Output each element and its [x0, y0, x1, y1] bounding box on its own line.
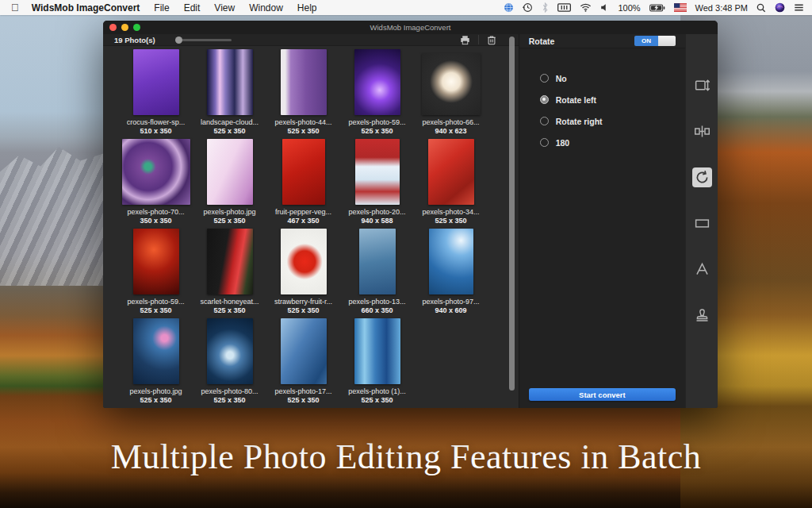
- apple-menu-icon[interactable]: : [11, 0, 19, 15]
- photo-item[interactable]: pexels-photo-13...660 x 350: [340, 229, 414, 318]
- photo-thumbnail[interactable]: [354, 49, 400, 115]
- rotate-option-no[interactable]: No: [540, 67, 685, 89]
- photo-item[interactable]: pexels-photo.jpg525 x 350: [193, 139, 266, 229]
- toolbar-divider: [478, 35, 479, 44]
- globe-icon[interactable]: [504, 2, 514, 13]
- menu-view[interactable]: View: [214, 2, 235, 13]
- photo-item[interactable]: pexels-photo-17...525 x 350: [266, 318, 340, 408]
- photo-filename: pexels-photo-13...: [348, 298, 405, 306]
- photo-filename: fruit-pepper-veg...: [275, 208, 331, 216]
- spotlight-search-icon[interactable]: [756, 3, 766, 13]
- photo-item[interactable]: pexels-photo-80...525 x 350: [193, 318, 266, 408]
- photo-thumbnail[interactable]: [133, 49, 179, 115]
- bluetooth-icon[interactable]: [542, 2, 549, 13]
- photo-item[interactable]: pexels-photo-66...940 x 623: [414, 49, 488, 139]
- radio-icon[interactable]: [540, 138, 549, 147]
- photo-item[interactable]: pexels-photo-44...525 x 350: [266, 49, 340, 139]
- start-convert-button[interactable]: Start convert: [529, 388, 676, 401]
- photo-thumbnail[interactable]: [354, 318, 400, 384]
- menu-help[interactable]: Help: [297, 2, 317, 13]
- photo-item[interactable]: crocus-flower-sp...510 x 350: [119, 49, 193, 139]
- photo-filename: scarlet-honeyeat...: [200, 298, 259, 306]
- print-icon[interactable]: [460, 35, 470, 45]
- photo-thumbnail[interactable]: [133, 229, 179, 294]
- photo-thumbnail[interactable]: [207, 139, 253, 205]
- notification-center-icon[interactable]: [794, 3, 804, 12]
- photo-thumbnail[interactable]: [281, 229, 327, 294]
- wifi-icon[interactable]: [580, 3, 592, 12]
- photo-item[interactable]: pexels-photo (1)...525 x 350: [340, 318, 414, 408]
- text-watermark-icon[interactable]: [692, 260, 712, 279]
- photo-dimensions: 660 x 350: [361, 306, 393, 314]
- photo-dimensions: 940 x 588: [361, 217, 393, 225]
- photo-item[interactable]: pexels-photo-70...350 x 350: [119, 139, 193, 229]
- us-flag-icon[interactable]: [674, 3, 687, 12]
- window-titlebar[interactable]: WidsMob ImageConvert: [103, 21, 718, 34]
- trash-icon[interactable]: [487, 35, 496, 45]
- keyboard-icon[interactable]: [557, 3, 571, 12]
- slider-knob[interactable]: [175, 37, 182, 44]
- radio-icon[interactable]: [540, 74, 549, 83]
- photo-thumbnail[interactable]: [207, 318, 253, 384]
- photo-item[interactable]: scarlet-honeyeat...525 x 350: [193, 229, 266, 318]
- rotate-option-rotate-right[interactable]: Rotate right: [540, 110, 685, 132]
- photo-dimensions: 525 x 350: [287, 306, 319, 314]
- photo-filename: pexels-photo.jpg: [203, 208, 255, 216]
- rotate-option-rotate-left[interactable]: Rotate left: [540, 89, 685, 110]
- photo-item[interactable]: strawberry-fruit-r...525 x 350: [266, 229, 340, 318]
- photo-thumbnail[interactable]: [207, 49, 253, 115]
- rotate-toggle[interactable]: ON: [634, 36, 676, 46]
- volume-icon[interactable]: [600, 3, 609, 12]
- stamp-watermark-icon[interactable]: [692, 306, 712, 325]
- photo-thumbnail[interactable]: [422, 53, 481, 115]
- photo-thumbnail[interactable]: [355, 139, 400, 205]
- resize-icon[interactable]: [692, 75, 712, 95]
- photo-item[interactable]: pexels-photo-20...940 x 588: [340, 139, 414, 229]
- photo-grid-scrollbar[interactable]: [509, 37, 515, 391]
- rotate-option-180[interactable]: 180: [540, 132, 685, 153]
- photo-item[interactable]: pexels-photo-59...525 x 350: [119, 229, 193, 318]
- rotate-option-label: Rotate left: [556, 95, 596, 105]
- thumbnail-size-slider[interactable]: [176, 39, 232, 41]
- menu-window[interactable]: Window: [249, 2, 283, 13]
- battery-charging-icon[interactable]: [649, 4, 665, 12]
- photo-thumbnail[interactable]: [429, 229, 473, 294]
- menu-edit[interactable]: Edit: [184, 2, 201, 13]
- photo-item[interactable]: pexels-photo-97...940 x 609: [414, 229, 488, 318]
- photo-item[interactable]: pexels-photo-59...525 x 350: [340, 49, 414, 139]
- app-menu[interactable]: WidsMob ImageConvert: [32, 2, 140, 13]
- siri-icon[interactable]: [775, 2, 785, 13]
- time-machine-icon[interactable]: [523, 2, 533, 13]
- menu-file[interactable]: File: [154, 2, 169, 13]
- photo-thumbnail[interactable]: [133, 318, 179, 384]
- radio-icon[interactable]: [540, 95, 549, 104]
- photo-filename: crocus-flower-sp...: [127, 118, 186, 126]
- photo-dimensions: 510 x 350: [140, 127, 171, 135]
- photo-thumbnail[interactable]: [282, 139, 325, 205]
- photo-filename: landscape-cloud...: [201, 118, 259, 126]
- rotate-icon[interactable]: [692, 167, 712, 187]
- photo-thumbnail[interactable]: [207, 229, 253, 294]
- window-body: 19 Photo(s) crocus-flower-sp...510 x 350…: [103, 34, 718, 408]
- menu-bar-clock[interactable]: Wed 3:48 PM: [695, 3, 748, 13]
- photo-item[interactable]: fruit-pepper-veg...467 x 350: [266, 139, 340, 229]
- minimize-window-button[interactable]: [121, 24, 128, 31]
- photo-thumbnail[interactable]: [281, 318, 327, 384]
- photo-item[interactable]: pexels-photo-34...525 x 350: [414, 139, 488, 229]
- photo-thumbnail[interactable]: [428, 139, 474, 205]
- border-icon[interactable]: [692, 214, 712, 233]
- rotate-toggle-knob[interactable]: [658, 36, 676, 46]
- rotate-option-label: 180: [556, 138, 570, 148]
- photo-thumbnail[interactable]: [122, 139, 190, 205]
- photo-item[interactable]: landscape-cloud...525 x 350: [193, 49, 266, 139]
- photo-thumbnail[interactable]: [359, 229, 396, 294]
- photo-dimensions: 525 x 350: [287, 127, 319, 135]
- rotate-toggle-on-label[interactable]: ON: [634, 36, 658, 46]
- photo-item[interactable]: pexels-photo.jpg525 x 350: [119, 318, 193, 408]
- flip-convert-icon[interactable]: [692, 121, 712, 141]
- photo-thumbnail[interactable]: [281, 49, 327, 115]
- radio-icon[interactable]: [540, 117, 549, 125]
- photo-filename: pexels-photo-59...: [348, 118, 405, 126]
- close-window-button[interactable]: [109, 24, 117, 31]
- zoom-window-button[interactable]: [133, 24, 140, 31]
